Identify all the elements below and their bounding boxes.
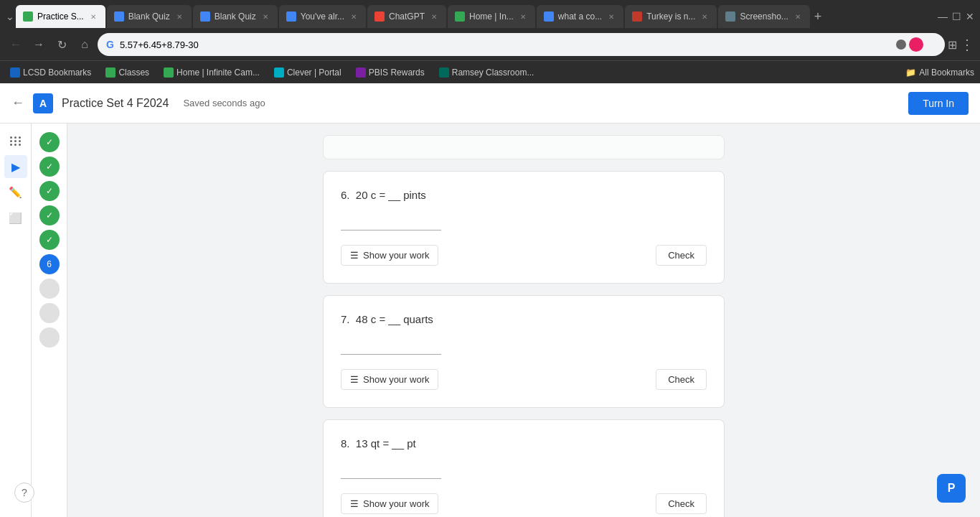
tab-favicon-4 bbox=[286, 11, 296, 22]
tab-close-btn-6[interactable]: ✕ bbox=[518, 11, 528, 22]
question-nav-item-7[interactable] bbox=[39, 279, 60, 299]
q-num-6: 6 bbox=[47, 259, 52, 269]
forward-btn[interactable]: → bbox=[29, 34, 49, 55]
show-work-label-7: Show your work bbox=[363, 374, 429, 385]
question-card-7: 7. 48 c = __ quarts ☰ Show your work Che… bbox=[323, 295, 725, 408]
all-bookmarks-btn[interactable]: 📁 All Bookmarks bbox=[905, 67, 974, 78]
eraser-tool-btn[interactable]: ⬜ bbox=[4, 207, 27, 230]
show-work-btn-6[interactable]: ☰ Show your work bbox=[341, 245, 438, 266]
bookmark-lcsd[interactable]: LCSD Bookmarks bbox=[6, 66, 95, 79]
new-tab-btn[interactable]: + bbox=[811, 9, 825, 24]
tab-overflow-btn[interactable]: ⌄ bbox=[6, 11, 14, 22]
app-header: ← A Practice Set 4 F2024 Saved seconds a… bbox=[0, 83, 980, 124]
google-logo: G bbox=[106, 39, 114, 50]
tab-close-btn-4[interactable]: ✕ bbox=[349, 11, 359, 22]
question-nav-item-8[interactable] bbox=[39, 303, 60, 323]
tab-screenshot[interactable]: Screensho... ✕ bbox=[718, 5, 809, 28]
bookmark-pbis[interactable]: PBIS Rewards bbox=[352, 66, 429, 79]
bookmark-clever[interactable]: Clever | Portal bbox=[270, 66, 346, 79]
close-btn[interactable]: ✕ bbox=[966, 11, 974, 22]
tab-label: Practice S... bbox=[37, 11, 84, 22]
question-6-input[interactable] bbox=[341, 213, 441, 230]
question-7-footer: ☰ Show your work Check bbox=[341, 369, 707, 390]
bookmark-classes[interactable]: Classes bbox=[101, 66, 154, 79]
tab-close-btn[interactable]: ✕ bbox=[88, 11, 98, 22]
question-8-input[interactable] bbox=[341, 461, 441, 479]
tab-favicon-3 bbox=[200, 11, 210, 22]
more-btn[interactable]: ⋮ bbox=[960, 36, 974, 53]
home-btn[interactable]: ⌂ bbox=[75, 34, 95, 55]
question-nav: ✓ ✓ ✓ ✓ ✓ 6 bbox=[32, 124, 67, 517]
question-nav-item-2[interactable]: ✓ bbox=[39, 157, 60, 177]
question-nav-item-3[interactable]: ✓ bbox=[39, 181, 60, 201]
tab-close-btn-9[interactable]: ✕ bbox=[793, 11, 803, 22]
tab-what-a-co[interactable]: what a co... ✕ bbox=[537, 5, 623, 28]
bookmark-ramsey[interactable]: Ramsey Classroom... bbox=[435, 66, 539, 79]
bookmark-icon-clever bbox=[274, 67, 284, 78]
back-arrow-btn[interactable]: ← bbox=[11, 96, 24, 111]
check-icon-5: ✓ bbox=[46, 235, 53, 245]
extensions-btn[interactable]: ⊞ bbox=[948, 38, 957, 52]
tab-label-6: Home | In... bbox=[469, 11, 514, 22]
bookmark-label-home: Home | Infinite Cam... bbox=[176, 67, 260, 78]
address-text: 5.57+6.45+8.79-30 bbox=[120, 39, 890, 50]
bookmark-label-classes: Classes bbox=[118, 67, 149, 78]
check-btn-6[interactable]: Check bbox=[656, 245, 707, 266]
bookmark-icon-lcsd bbox=[10, 67, 20, 78]
tab-favicon-8 bbox=[632, 11, 642, 22]
show-work-btn-8[interactable]: ☰ Show your work bbox=[341, 493, 438, 514]
reload-btn[interactable]: ↻ bbox=[52, 34, 72, 55]
tab-blank-quiz-2[interactable]: Blank Quiz ✕ bbox=[193, 5, 278, 28]
tab-close-btn-3[interactable]: ✕ bbox=[260, 11, 270, 22]
tab-favicon-7 bbox=[544, 11, 554, 22]
parakeet-btn[interactable]: P bbox=[937, 474, 966, 503]
question-nav-item-1[interactable]: ✓ bbox=[39, 132, 60, 152]
question-nav-item-4[interactable]: ✓ bbox=[39, 205, 60, 225]
all-bookmarks-icon: 📁 bbox=[905, 67, 916, 78]
show-work-btn-7[interactable]: ☰ Show your work bbox=[341, 369, 438, 390]
grid-tool-btn[interactable] bbox=[4, 129, 27, 152]
check-btn-8[interactable]: Check bbox=[656, 493, 707, 514]
show-work-icon-8: ☰ bbox=[350, 498, 359, 509]
tab-close-btn-5[interactable]: ✕ bbox=[429, 11, 439, 22]
show-work-label-6: Show your work bbox=[363, 250, 429, 261]
back-btn[interactable]: ← bbox=[6, 34, 26, 55]
bookmark-label-lcsd: LCSD Bookmarks bbox=[23, 67, 91, 78]
app-logo: A bbox=[33, 93, 53, 113]
question-nav-item-6[interactable]: 6 bbox=[39, 254, 60, 274]
question-7-input[interactable] bbox=[341, 337, 441, 355]
extensions-icon bbox=[926, 39, 936, 50]
parakeet-icon: P bbox=[948, 482, 956, 495]
tab-close-btn-8[interactable]: ✕ bbox=[699, 11, 710, 22]
address-bar[interactable]: G 5.57+6.45+8.79-30 bbox=[98, 33, 945, 56]
tab-label-3: Blank Quiz bbox=[215, 11, 256, 22]
maximize-btn[interactable]: ☐ bbox=[952, 11, 961, 22]
bookmark-label-pbis: PBIS Rewards bbox=[369, 67, 425, 78]
question-8-label: 8. 13 qt = __ pt bbox=[341, 437, 707, 450]
app-title: Practice Set 4 F2024 bbox=[62, 97, 169, 110]
minimize-btn[interactable]: — bbox=[938, 11, 948, 22]
pencil-tool-btn[interactable]: ✏️ bbox=[4, 181, 27, 204]
cursor-tool-btn[interactable]: ▶ bbox=[4, 155, 27, 178]
tab-close-btn-7[interactable]: ✕ bbox=[606, 11, 616, 22]
question-nav-item-9[interactable] bbox=[39, 327, 60, 348]
bookmark-home[interactable]: Home | Infinite Cam... bbox=[159, 66, 264, 79]
bookmark-icon-classes bbox=[105, 67, 116, 78]
tab-label-9: Screensho... bbox=[740, 11, 788, 22]
tab-favicon-6 bbox=[455, 11, 465, 22]
tab-practice-set[interactable]: Practice S... ✕ bbox=[16, 5, 105, 28]
tab-blank-quiz-1[interactable]: Blank Quiz ✕ bbox=[107, 5, 192, 28]
tab-label-5: ChatGPT bbox=[389, 11, 425, 22]
help-button[interactable]: ? bbox=[14, 483, 34, 503]
check-btn-7[interactable]: Check bbox=[656, 369, 707, 390]
tab-home-infinite[interactable]: Home | In... ✕ bbox=[448, 5, 535, 28]
turn-in-button[interactable]: Turn In bbox=[908, 92, 969, 115]
all-bookmarks-label: All Bookmarks bbox=[919, 67, 974, 78]
tab-youve-alr[interactable]: You've alr... ✕ bbox=[279, 5, 366, 28]
tab-turkey[interactable]: Turkey is n... ✕ bbox=[625, 5, 717, 28]
check-icon-1: ✓ bbox=[46, 137, 53, 147]
tab-label-8: Turkey is n... bbox=[646, 11, 695, 22]
tab-chatgpt[interactable]: ChatGPT ✕ bbox=[367, 5, 446, 28]
question-nav-item-5[interactable]: ✓ bbox=[39, 230, 60, 250]
tab-close-btn-2[interactable]: ✕ bbox=[174, 11, 184, 22]
